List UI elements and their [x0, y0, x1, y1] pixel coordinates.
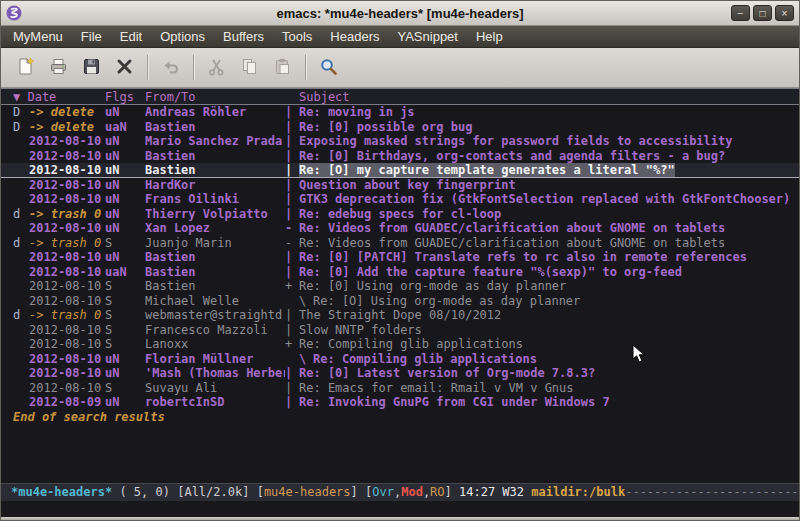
save-button[interactable] [75, 53, 108, 83]
col-from: Bastien [145, 120, 285, 135]
message-row[interactable]: 2012-08-09uNrobertcInSD|Re: Invoking Gnu… [1, 395, 799, 410]
print-icon [49, 57, 68, 79]
menu-item-options[interactable]: Options [151, 27, 214, 46]
menu-item-edit[interactable]: Edit [111, 27, 151, 46]
column-header-from[interactable]: From/To [145, 89, 299, 104]
col-mark: D [13, 120, 29, 135]
menu-item-mymenu[interactable]: MyMenu [4, 27, 72, 46]
col-flags: uN [105, 395, 141, 410]
col-flags: uN [105, 366, 141, 381]
col-from: Andreas Röhler [145, 105, 285, 120]
col-thread: | [285, 381, 299, 396]
message-list: D-> deleteuNAndreas Röhler|Re: moving in… [1, 105, 799, 410]
col-from: 'Mash (Thomas Herbert) [145, 366, 285, 381]
message-row[interactable]: 2012-08-10uNFlorian Müllner\Re: Compilin… [1, 352, 799, 367]
modeline-segment-ovr: Ovr [372, 485, 394, 499]
close-button[interactable]: × [775, 5, 794, 21]
col-thread: + [285, 279, 299, 294]
menu-item-tools[interactable]: Tools [273, 27, 321, 46]
col-date: 2012-08-10 [29, 279, 101, 294]
col-thread: | [285, 178, 299, 193]
new-file-button[interactable] [9, 53, 42, 83]
search-button[interactable] [312, 53, 345, 83]
col-thread: | [285, 395, 299, 410]
menu-item-headers[interactable]: Headers [321, 27, 388, 46]
col-subject: Re: Compiling glib applications [313, 352, 799, 367]
col-mark [13, 352, 29, 367]
message-row[interactable]: 2012-08-10uaNBastien|Re: [0] Add the cap… [1, 265, 799, 280]
col-thread: | [285, 120, 299, 135]
column-header-flags[interactable]: Flgs [105, 89, 145, 104]
print-button[interactable] [42, 53, 75, 83]
tool-bar [1, 48, 799, 88]
message-row[interactable]: d-> trash 0SJuanjo Marin-Re: Videos from… [1, 236, 799, 251]
title-bar: emacs: *mu4e-headers* [mu4e-headers] − □… [1, 1, 799, 26]
col-mark [13, 323, 29, 338]
menu-item-file[interactable]: File [72, 27, 111, 46]
copy-icon [240, 57, 259, 79]
undo-button [154, 53, 187, 83]
message-row[interactable]: 2012-08-10SFrancesco Mazzoli|Slow NNTP f… [1, 323, 799, 338]
message-row[interactable]: D-> deleteuaNBastien|Re: [0] possible or… [1, 120, 799, 135]
undo-icon [161, 57, 180, 79]
message-row[interactable]: d-> trash 0Swebmaster@straightd...|The S… [1, 308, 799, 323]
col-date: 2012-08-10 [29, 192, 101, 207]
col-flags: uaN [105, 265, 141, 280]
col-thread: | [285, 308, 299, 323]
menu-item-help[interactable]: Help [467, 27, 512, 46]
col-mark [13, 265, 29, 280]
message-row[interactable]: 2012-08-10SLanoxx+Re: Compiling glib app… [1, 337, 799, 352]
col-date: 2012-08-10 [29, 134, 101, 149]
col-flags: uN [105, 134, 141, 149]
message-row[interactable]: 2012-08-10uNHardKor|Question about key f… [1, 178, 799, 193]
message-row[interactable]: d-> trash 0uNThierry Volpiatto|Re: edebu… [1, 207, 799, 222]
minimize-button[interactable]: − [731, 5, 750, 21]
menu-item-yasnippet[interactable]: YASnippet [388, 27, 466, 46]
message-row[interactable]: D-> deleteuNAndreas Röhler|Re: moving in… [1, 105, 799, 120]
message-row[interactable]: 2012-08-10uNMario Sanchez Prada|Exposing… [1, 134, 799, 149]
save-icon [82, 57, 101, 79]
close-icon [115, 57, 134, 79]
header-line: ▼ Date Flgs From/To Subject [1, 88, 799, 105]
col-from: Florian Müllner [145, 352, 285, 367]
col-from: robertcInSD [145, 395, 285, 410]
message-row[interactable]: 2012-08-10uNBastien|Re: [O] my capture t… [1, 163, 799, 178]
close-buffer-button[interactable] [108, 53, 141, 83]
message-row[interactable]: 2012-08-10uNXan Lopez-Re: Videos from GU… [1, 221, 799, 236]
col-from: Bastien [145, 163, 285, 177]
maximize-button[interactable]: □ [753, 5, 772, 21]
col-mark [13, 192, 29, 207]
col-from: Xan Lopez [145, 221, 285, 236]
message-row[interactable]: 2012-08-10uN'Mash (Thomas Herbert)|Re: [… [1, 366, 799, 381]
column-header-subject[interactable]: Subject [299, 89, 799, 104]
col-mark [13, 381, 29, 396]
col-flags: uN [105, 221, 141, 236]
col-from: Bastien [145, 279, 285, 294]
message-row[interactable]: 2012-08-10SBastien+Re: [0] Using org-mod… [1, 279, 799, 294]
new-file-icon [16, 57, 35, 79]
message-row[interactable]: 2012-08-10SSuvayu Ali|Re: Emacs for emai… [1, 381, 799, 396]
col-mark [13, 279, 29, 294]
col-date: 2012-08-09 [29, 395, 101, 410]
mode-line: *mu4e-headers* ( 5, 0) [All/2.0k] [mu4e-… [1, 483, 799, 501]
col-thread: | [285, 323, 299, 338]
column-header-date[interactable]: ▼ Date [13, 89, 105, 104]
col-subject: Re: Emacs for email: Rmail v VM v Gnus [299, 381, 799, 396]
col-thread: \ [285, 352, 313, 367]
col-mark [13, 163, 29, 177]
col-subject: Re: [0] possible org bug [299, 120, 799, 135]
message-row[interactable]: 2012-08-10uNFrans Oilinki|GTK3 deprecati… [1, 192, 799, 207]
col-flags: S [105, 236, 141, 251]
col-date: -> trash 0 [29, 308, 101, 323]
window-title: emacs: *mu4e-headers* [mu4e-headers] [1, 6, 799, 21]
col-date: -> trash 0 [29, 207, 101, 222]
col-flags: uN [105, 207, 141, 222]
message-row[interactable]: 2012-08-10SMichael Welle\Re: [O] Using o… [1, 294, 799, 309]
col-flags: uN [105, 163, 141, 177]
col-date: 2012-08-10 [29, 221, 101, 236]
message-row[interactable]: 2012-08-10uNBastien|Re: [0] Birthdays, o… [1, 149, 799, 164]
modeline-segment-ro: RO [430, 485, 444, 499]
message-row[interactable]: 2012-08-10uNBastien|Re: [0] [PATCH] Tran… [1, 250, 799, 265]
menu-item-buffers[interactable]: Buffers [214, 27, 273, 46]
col-flags: uN [105, 250, 141, 265]
